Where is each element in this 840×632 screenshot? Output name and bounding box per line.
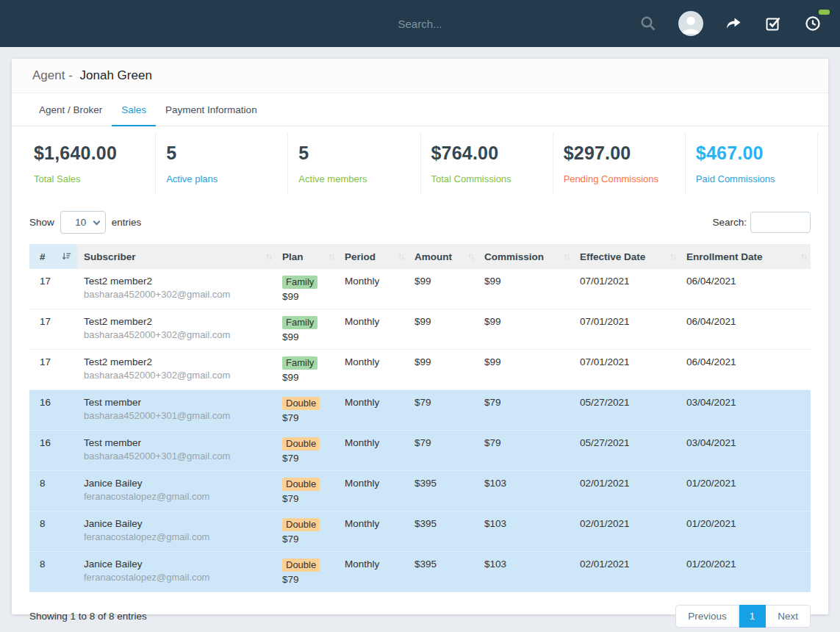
table-row[interactable]: 17Test2 member2basharaa452000+302@gmail.…	[29, 269, 811, 309]
subscriber-email: feranacostalopez@gmail.com	[84, 491, 269, 502]
page-1-button[interactable]: 1	[739, 605, 767, 628]
subscriber-name: Test member	[84, 437, 269, 448]
table-header-row: # Subscriber↑↓ Plan↑↓ Period↑↓ Amount↑↓ …	[29, 244, 811, 269]
subscriber-email: basharaa452000+302@gmail.com	[84, 370, 269, 381]
row-number-cell: 17	[29, 309, 77, 350]
column-header-period[interactable]: Period↑↓	[338, 244, 408, 269]
table-row[interactable]: 8Janice Baileyferanacostalopez@gmail.com…	[29, 511, 811, 552]
commission-cell: $79	[478, 431, 573, 471]
plan-cell: Double$79	[276, 390, 338, 431]
sort-icon: ↑↓	[398, 251, 403, 262]
sort-icon: ↑↓	[467, 251, 473, 262]
column-header-number[interactable]: #	[29, 244, 77, 269]
plan-cell: Double$79	[276, 471, 338, 511]
subscriber-email: basharaa452000+301@gmail.com	[84, 450, 269, 462]
tasks-check-icon[interactable]	[764, 14, 783, 33]
table-search-input[interactable]	[750, 212, 811, 233]
row-number-cell: 8	[29, 511, 77, 552]
effective-date-cell: 02/01/2021	[573, 552, 680, 592]
effective-date-cell: 05/27/2021	[573, 390, 680, 431]
column-header-subscriber[interactable]: Subscriber↑↓	[77, 244, 276, 269]
table-row[interactable]: 8Janice Baileyferanacostalopez@gmail.com…	[29, 471, 811, 511]
table-row[interactable]: 17Test2 member2basharaa452000+302@gmail.…	[29, 309, 811, 350]
plan-price: $79	[282, 412, 331, 423]
table-search-label: Search:	[712, 217, 747, 228]
plan-badge: Family	[282, 316, 317, 329]
share-arrow-icon[interactable]	[724, 14, 743, 33]
subscriber-cell: Test memberbasharaa452000+301@gmail.com	[77, 431, 276, 471]
effective-date-cell: 07/01/2021	[573, 269, 680, 309]
stat-value: $1,640.00	[34, 143, 145, 164]
navbar-icons	[639, 0, 822, 47]
table-row[interactable]: 16Test memberbasharaa452000+301@gmail.co…	[29, 431, 811, 471]
enrollment-date-cell: 01/20/2021	[680, 552, 811, 592]
commission-cell: $99	[478, 309, 573, 350]
column-header-effective-date[interactable]: Effective Date↑↓	[573, 244, 680, 269]
top-navbar	[0, 0, 840, 47]
tab-payment-information[interactable]: Payment Information	[156, 93, 267, 126]
plan-badge: Double	[282, 518, 320, 531]
column-header-amount[interactable]: Amount↑↓	[408, 244, 478, 269]
stat-value: 5	[166, 143, 277, 164]
plan-price: $99	[282, 331, 331, 342]
plan-cell: Family$99	[276, 309, 338, 350]
subscriber-name: Test2 member2	[84, 356, 269, 367]
table-row[interactable]: 8Janice Baileyferanacostalopez@gmail.com…	[29, 552, 811, 592]
tab-agent-broker[interactable]: Agent / Broker	[29, 93, 112, 126]
tab-sales[interactable]: Sales	[112, 93, 156, 126]
row-number-cell: 16	[29, 390, 77, 431]
column-header-enrollment-date[interactable]: Enrollment Date↑↓	[680, 244, 811, 269]
table-search-control: Search:	[712, 212, 811, 233]
stat-label: Active plans	[166, 173, 277, 184]
amount-cell: $79	[408, 390, 478, 431]
showing-entries-text: Showing 1 to 8 of 8 entries	[29, 611, 147, 622]
search-icon[interactable]	[639, 14, 658, 33]
subscriber-email: basharaa452000+301@gmail.com	[84, 410, 269, 421]
subscriber-name: Test member	[84, 397, 269, 408]
stat-value: $764.00	[431, 143, 542, 164]
subscriber-cell: Janice Baileyferanacostalopez@gmail.com	[77, 511, 276, 552]
table-footer: Showing 1 to 8 of 8 entries Previous 1 N…	[12, 592, 828, 628]
subscriber-name: Janice Bailey	[84, 478, 269, 489]
enrollment-date-cell: 06/04/2021	[680, 350, 811, 390]
subscriber-name: Janice Bailey	[84, 518, 269, 529]
previous-page-button[interactable]: Previous	[675, 605, 739, 628]
next-page-button[interactable]: Next	[766, 605, 811, 628]
enrollment-date-cell: 06/04/2021	[680, 309, 811, 350]
entries-label: entries	[112, 217, 142, 228]
stat-total-sales: $1,640.00 Total Sales	[24, 134, 156, 195]
plan-cell: Double$79	[276, 552, 338, 592]
enrollment-date-cell: 03/04/2021	[680, 390, 811, 431]
amount-cell: $395	[408, 552, 478, 592]
history-clock-icon[interactable]	[803, 14, 822, 33]
subscriber-email: feranacostalopez@gmail.com	[84, 572, 269, 583]
table-row[interactable]: 16Test memberbasharaa452000+301@gmail.co…	[29, 390, 811, 431]
enrollment-date-cell: 01/20/2021	[680, 471, 811, 511]
subscriber-name: Test2 member2	[84, 316, 269, 327]
period-cell: Monthly	[338, 511, 408, 552]
pagination: Previous 1 Next	[675, 605, 811, 628]
user-avatar[interactable]	[678, 11, 703, 36]
commission-cell: $99	[478, 269, 573, 309]
stat-active-plans: 5 Active plans	[156, 134, 288, 195]
sort-icon: ↑↓	[800, 251, 806, 262]
commission-cell: $79	[478, 390, 573, 431]
agent-detail-panel: Agent - Jonah Green Agent / Broker Sales…	[12, 59, 828, 614]
period-cell: Monthly	[338, 269, 408, 309]
column-header-commission[interactable]: Commission↑↓	[478, 244, 573, 269]
global-search-input[interactable]	[266, 18, 575, 30]
table-row[interactable]: 17Test2 member2basharaa452000+302@gmail.…	[29, 350, 811, 390]
plan-badge: Family	[282, 356, 317, 370]
subscriber-name: Test2 member2	[84, 276, 269, 287]
subscriber-email: basharaa452000+302@gmail.com	[84, 289, 269, 300]
commission-cell: $103	[478, 471, 573, 511]
status-badge	[819, 10, 830, 15]
stat-paid-commissions: $467.00 Paid Commissions	[686, 134, 818, 195]
page-length-select[interactable]: 10	[60, 211, 106, 234]
column-header-plan[interactable]: Plan↑↓	[276, 244, 338, 269]
stat-label: Active members	[298, 173, 409, 184]
plan-cell: Double$79	[276, 511, 338, 552]
period-cell: Monthly	[338, 350, 408, 390]
subscriber-cell: Test2 member2basharaa452000+302@gmail.co…	[77, 309, 276, 350]
commission-cell: $99	[478, 350, 573, 390]
